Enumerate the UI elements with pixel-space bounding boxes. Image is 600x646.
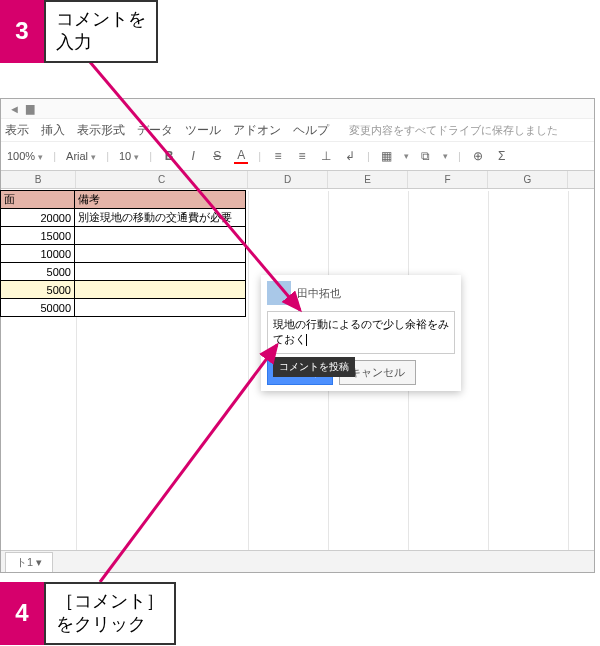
cell-selected[interactable] [75,281,246,299]
align-left-icon[interactable]: ≡ [271,149,285,163]
table-row: 20000 別途現地の移動の交通費が必要 [1,209,246,227]
cell[interactable]: 5000 [1,263,75,281]
folder-icon[interactable]: ▆ [26,102,34,115]
callout-text: ［コメント］ をクリック [44,582,176,645]
instruction-callout-4: 4 ［コメント］ をクリック [0,582,176,645]
comment-text: 現地の行動によるので少し余裕をみておく [273,318,449,345]
cell[interactable]: 50000 [1,299,75,317]
col-header-C[interactable]: C [76,171,248,188]
wrap-icon[interactable]: ↲ [343,149,357,163]
borders-icon[interactable]: ▦ [380,149,394,163]
cell[interactable] [75,299,246,317]
function-icon[interactable]: Σ [495,149,509,163]
text-cursor [306,334,307,346]
header-b[interactable]: 面 [1,191,75,209]
sheet-tab[interactable]: ト1 ▾ [5,552,53,572]
callout-number: 3 [0,0,44,63]
spreadsheet-window: ◄ ▆ 表示 挿入 表示形式 データ ツール アドオン ヘルプ 変更内容をすべて… [0,98,595,573]
col-header-G[interactable]: G [488,171,568,188]
cell[interactable] [75,263,246,281]
merge-icon[interactable]: ⧉ [419,149,433,163]
browser-tab-bar: ◄ ▆ [1,99,594,119]
cell[interactable]: 5000 [1,281,75,299]
table-header-row: 面 備考 [1,191,246,209]
menu-addons[interactable]: アドオン [233,122,281,139]
table-row: 15000 [1,227,246,245]
align-center-icon[interactable]: ≡ [295,149,309,163]
font-size-dropdown[interactable]: 10 ▾ [119,150,139,162]
comment-username: 田中拓也 [297,286,341,301]
col-header-D[interactable]: D [248,171,328,188]
cell[interactable]: 別途現地の移動の交通費が必要 [75,209,246,227]
callout-text: コメントを 入力 [44,0,158,63]
table-row: 5000 [1,263,246,281]
toolbar: 100% ▾ | Arial ▾ | 10 ▾ | B I S A | ≡ ≡ … [1,141,594,171]
cell[interactable] [75,245,246,263]
comment-input[interactable]: 現地の行動によるので少し余裕をみておく [267,311,455,354]
cell[interactable]: 10000 [1,245,75,263]
cell[interactable]: 20000 [1,209,75,227]
menu-insert[interactable]: 挿入 [41,122,65,139]
sheet-tabs: ト1 ▾ [1,550,594,572]
menu-data[interactable]: データ [137,122,173,139]
column-headers: B C D E F G [1,171,594,189]
col-header-F[interactable]: F [408,171,488,188]
cell[interactable] [75,227,246,245]
comment-user-row: 田中拓也 [267,281,455,305]
strikethrough-icon[interactable]: S [210,149,224,163]
save-status: 変更内容をすべてドライブに保存しました [349,123,558,138]
col-header-B[interactable]: B [1,171,76,188]
avatar [267,281,291,305]
col-header-E[interactable]: E [328,171,408,188]
header-c[interactable]: 備考 [75,191,246,209]
cell[interactable]: 15000 [1,227,75,245]
menu-bar: 表示 挿入 表示形式 データ ツール アドオン ヘルプ 変更内容をすべてドライブ… [1,119,594,141]
menu-tools[interactable]: ツール [185,122,221,139]
text-color-icon[interactable]: A [234,148,248,164]
menu-format[interactable]: 表示形式 [77,122,125,139]
table-row-selected: 5000 [1,281,246,299]
callout-number: 4 [0,582,44,645]
font-dropdown[interactable]: Arial ▾ [66,150,96,162]
italic-icon[interactable]: I [186,149,200,163]
menu-view[interactable]: 表示 [5,122,29,139]
instruction-callout-3: 3 コメントを 入力 [0,0,158,63]
table-row: 10000 [1,245,246,263]
data-table: 面 備考 20000 別途現地の移動の交通費が必要 15000 10000 50… [0,190,246,317]
valign-icon[interactable]: ⊥ [319,149,333,163]
menu-help[interactable]: ヘルプ [293,122,329,139]
back-icon[interactable]: ◄ [9,103,20,115]
table-row: 50000 [1,299,246,317]
link-icon[interactable]: ⊕ [471,149,485,163]
bold-icon[interactable]: B [162,149,176,163]
zoom-dropdown[interactable]: 100% ▾ [7,150,43,162]
tooltip: コメントを投稿 [273,357,355,377]
